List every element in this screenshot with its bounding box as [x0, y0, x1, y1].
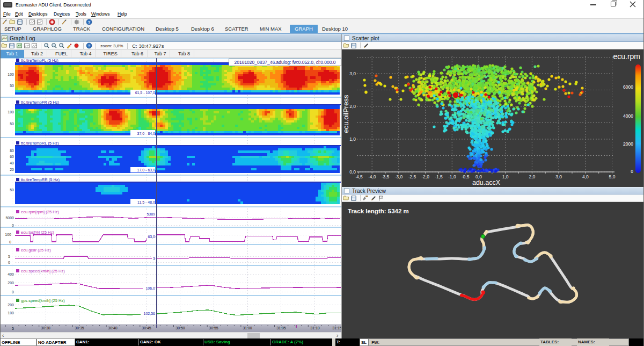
- svg-text:20181020_0837_46.adulog: fw:0.: 20181020_0837_46.adulog: fw:0.052.0, cl:…: [234, 60, 335, 65]
- svg-text:60: 60: [10, 155, 14, 158]
- svg-text:400: 400: [8, 272, 14, 276]
- svg-text:0: 0: [12, 224, 14, 227]
- svg-text:200: 200: [8, 303, 14, 307]
- svg-text:3: 3: [153, 257, 155, 261]
- svg-text:100: 100: [8, 311, 14, 315]
- svg-text:ttc.tireTempFR (5 Hz): ttc.tireTempFR (5 Hz): [21, 100, 60, 105]
- svg-text:gps.speed[km/h] (25 Hz): gps.speed[km/h] (25 Hz): [21, 298, 65, 303]
- svg-text:5,0: 5,0: [609, 174, 616, 179]
- svg-text:17,0 - 63,0: 17,0 - 63,0: [137, 168, 156, 172]
- svg-text:ecu.tps[%] (25 Hz): ecu.tps[%] (25 Hz): [21, 230, 54, 235]
- svg-text:80: 80: [10, 149, 14, 153]
- svg-text:6000: 6000: [623, 84, 633, 90]
- svg-text:102,56: 102,56: [144, 312, 156, 315]
- svg-text:0: 0: [8, 261, 10, 264]
- svg-text:-3,0: -3,0: [395, 174, 403, 179]
- svg-text:1,0: 1,0: [502, 174, 509, 179]
- svg-text:ttc.tireTempRR (5 Hz): ttc.tireTempRR (5 Hz): [21, 177, 60, 182]
- svg-text:5: 5: [8, 255, 10, 258]
- svg-text:adu.accX: adu.accX: [472, 179, 501, 186]
- svg-text:37,0 - 84,0: 37,0 - 84,0: [137, 132, 156, 135]
- svg-text:0: 0: [631, 169, 633, 174]
- svg-text:-1,5: -1,5: [435, 174, 443, 179]
- svg-text:2,0: 2,0: [529, 174, 535, 179]
- svg-text:?: ?: [88, 44, 91, 48]
- svg-text:3,0: 3,0: [349, 71, 356, 76]
- svg-text:5000: 5000: [5, 216, 14, 220]
- svg-text:106,0: 106,0: [145, 286, 155, 290]
- svg-text:100: 100: [5, 233, 11, 236]
- svg-text:4,0: 4,0: [582, 174, 589, 179]
- svg-text:-4,5: -4,5: [355, 174, 363, 179]
- svg-text:11,5 - 48,0: 11,5 - 48,0: [137, 200, 155, 204]
- svg-text:61,5 - 107,0: 61,5 - 107,0: [135, 91, 155, 95]
- svg-text:-0,5: -0,5: [462, 174, 470, 179]
- svg-text:0,0: 0,0: [349, 169, 356, 175]
- svg-text:-2,0: -2,0: [421, 174, 429, 179]
- svg-text:20: 20: [10, 168, 14, 171]
- svg-text:200: 200: [8, 281, 14, 285]
- svg-text:50: 50: [10, 188, 14, 192]
- svg-text:ecu.speed[km/h] (25 Hz): ecu.speed[km/h] (25 Hz): [21, 269, 65, 273]
- svg-text:-3,5: -3,5: [382, 174, 390, 179]
- svg-text:2,0: 2,0: [349, 104, 356, 109]
- svg-text:Track length: 5342 m: Track length: 5342 m: [348, 208, 409, 214]
- svg-text:1,0: 1,0: [349, 136, 356, 142]
- svg-text:4000: 4000: [623, 113, 633, 119]
- svg-text:ecu.gear (25 Hz): ecu.gear (25 Hz): [21, 248, 51, 253]
- svg-text:40: 40: [10, 161, 14, 165]
- svg-text:50: 50: [10, 122, 14, 126]
- svg-text:-4,0: -4,0: [368, 174, 376, 179]
- svg-text:ecu.rpm[rpm] (25 Hz): ecu.rpm[rpm] (25 Hz): [21, 210, 59, 214]
- svg-text:3,0: 3,0: [555, 174, 562, 179]
- svg-text:?: ?: [88, 20, 91, 25]
- svg-text:2000: 2000: [623, 141, 633, 147]
- svg-text:-1,0: -1,0: [448, 174, 456, 179]
- svg-text:100: 100: [8, 110, 14, 114]
- svg-text:ttc.tireTempFL (5 Hz): ttc.tireTempFL (5 Hz): [21, 58, 58, 63]
- svg-text:ttc.tireTempRL (5 Hz): ttc.tireTempRL (5 Hz): [21, 141, 59, 146]
- svg-text:63,0: 63,0: [148, 235, 155, 239]
- svg-text:-2,5: -2,5: [408, 174, 416, 179]
- svg-text:5389: 5389: [147, 212, 155, 216]
- svg-text:ecu.rpm: ecu.rpm: [613, 52, 640, 61]
- svg-text:0: 0: [12, 290, 14, 294]
- svg-text:0: 0: [9, 240, 11, 244]
- svg-text:ecu.oilPress: ecu.oilPress: [342, 95, 350, 133]
- svg-text:100: 100: [8, 73, 14, 76]
- svg-text:50: 50: [10, 84, 14, 88]
